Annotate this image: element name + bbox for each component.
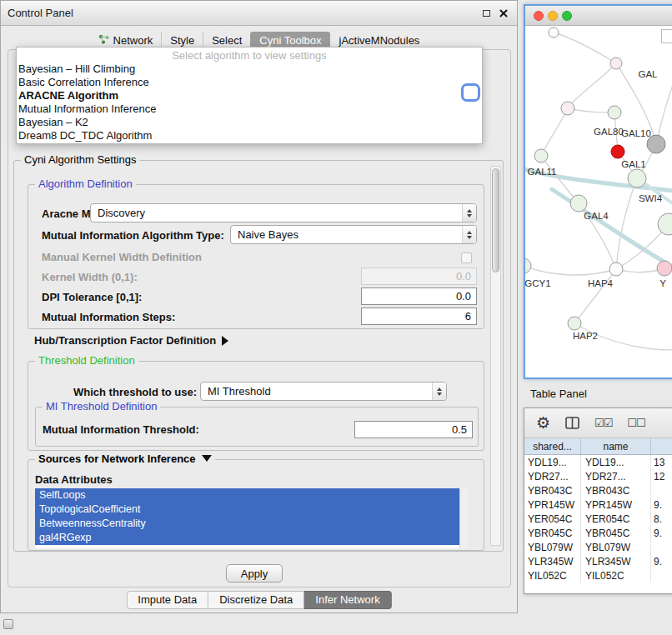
data-attributes-label: Data Attributes xyxy=(35,473,113,486)
table-cell: YBR045C xyxy=(524,526,581,540)
bottom-tab-infer-network[interactable]: Infer Network xyxy=(304,591,391,609)
network-node[interactable] xyxy=(611,145,624,158)
table-row[interactable]: YBR043CYBR043C xyxy=(524,483,672,498)
table-row[interactable]: YBR045CYBR045C9. xyxy=(524,526,672,540)
attribute-list-scrollbar[interactable] xyxy=(459,488,469,548)
node-label: GCY1 xyxy=(525,278,551,288)
combobox-focus-ring xyxy=(461,83,480,102)
hub-definition-expander[interactable]: Hub/Transcription Factor Definition xyxy=(34,334,228,347)
network-node[interactable] xyxy=(609,262,623,276)
network-node[interactable] xyxy=(561,102,574,115)
network-canvas[interactable]: GALGAL80GAL10GAL11GAL1SWI4GAL4GCY1HAP4HA… xyxy=(525,26,672,378)
attribute-list-item[interactable]: SelfLoops xyxy=(35,488,459,502)
network-graph: GALGAL80GAL10GAL11GAL1SWI4GAL4GCY1HAP4HA… xyxy=(525,26,672,378)
table-cell xyxy=(651,568,672,582)
table-cell: YDR27... xyxy=(581,469,651,483)
column-header-partial[interactable] xyxy=(651,438,672,454)
node-label: HAP2 xyxy=(573,331,598,341)
close-traffic-icon[interactable] xyxy=(534,11,544,21)
table-cell: YBL079W xyxy=(524,540,581,554)
mi-type-value: Naive Bayes xyxy=(238,228,298,241)
sources-group: Sources for Network Inference Data Attri… xyxy=(28,459,484,551)
close-icon[interactable] xyxy=(499,8,509,18)
which-threshold-select[interactable]: MI Threshold xyxy=(200,382,447,401)
restore-icon[interactable] xyxy=(483,10,490,17)
manual-kernel-checkbox[interactable] xyxy=(461,252,472,263)
network-view-window: GALGAL80GAL10GAL11GAL1SWI4GAL4GCY1HAP4HA… xyxy=(524,4,672,379)
zoom-traffic-icon[interactable] xyxy=(562,11,572,21)
dpi-tolerance-label: DPI Tolerance [0,1]: xyxy=(42,291,142,303)
table-cell xyxy=(651,483,672,498)
hub-definition-label: Hub/Transcription Factor Definition xyxy=(34,334,216,347)
mi-steps-field[interactable]: 6 xyxy=(361,308,477,325)
algorithm-option[interactable]: Mutual Information Inference xyxy=(17,102,482,116)
attribute-list-item[interactable]: gal4RGexp xyxy=(35,531,459,545)
algorithm-option[interactable]: ARACNE Algorithm xyxy=(17,89,482,102)
table-row[interactable]: YDR27...YDR27...12 xyxy=(524,469,672,483)
gear-icon[interactable]: ⚙ xyxy=(536,415,550,431)
tab-label: Cyni Toolbox xyxy=(259,34,321,47)
network-node[interactable] xyxy=(570,195,587,212)
algorithm-option[interactable]: Basic Correlation Inference xyxy=(17,76,482,89)
network-node[interactable] xyxy=(610,58,622,69)
table-cell: YLR345W xyxy=(581,554,651,568)
table-row[interactable]: YPR145WYPR145W9. xyxy=(524,498,672,512)
algorithm-option[interactable]: Bayesian – Hill Climbing xyxy=(17,62,482,76)
network-edges xyxy=(525,32,672,350)
network-node[interactable] xyxy=(534,149,548,162)
threshold-definition-group: Threshold Definition Which threshold to … xyxy=(28,361,484,451)
mi-threshold-field[interactable]: 0.5 xyxy=(354,421,473,438)
algorithm-dropdown-popup: Select algorithm to view settings Bayesi… xyxy=(16,47,483,144)
minimize-traffic-icon[interactable] xyxy=(548,11,558,21)
settings-scrollbar[interactable] xyxy=(490,166,501,546)
table-row[interactable]: YDL19...YDL19...13 xyxy=(524,455,672,469)
apply-button[interactable]: Apply xyxy=(226,564,283,582)
unchecked-boxes-icon[interactable]: ☐☐ xyxy=(627,417,644,429)
network-node[interactable] xyxy=(549,28,559,38)
dpi-tolerance-field[interactable]: 0.0 xyxy=(361,288,477,305)
sources-expander[interactable]: Sources for Network Inference xyxy=(35,452,215,465)
manual-kernel-label: Manual Kernel Width Definition xyxy=(42,251,202,263)
attribute-list-item[interactable]: TopologicalCoefficient xyxy=(35,502,459,517)
combo-arrows-icon xyxy=(462,204,476,222)
network-node[interactable] xyxy=(658,213,672,235)
table-cell: YIL052C xyxy=(581,568,651,582)
network-node[interactable] xyxy=(608,106,621,119)
data-attributes-list[interactable]: SelfLoopsTopologicalCoefficientBetweenne… xyxy=(35,488,469,548)
node-label: GAL11 xyxy=(528,167,557,177)
mi-threshold-label: Mutual Information Threshold: xyxy=(43,423,199,436)
column-selector-icon[interactable] xyxy=(565,417,579,429)
canvas-toolbar-fragment xyxy=(661,29,672,43)
collapsed-panel-icon[interactable] xyxy=(3,619,13,629)
table-row[interactable]: YER054CYER054C8. xyxy=(524,512,672,526)
column-header-shared[interactable]: shared... xyxy=(524,438,581,454)
network-window-titlebar xyxy=(525,6,672,26)
network-node[interactable] xyxy=(628,169,646,188)
table-row[interactable]: YBL079WYBL079W xyxy=(524,540,672,554)
checked-boxes-icon[interactable]: ☑☑ xyxy=(594,417,612,429)
table-toolbar: ⚙ ☑☑ ☐☐ xyxy=(524,408,672,438)
scrollbar-thumb[interactable] xyxy=(492,168,499,272)
table-panel-window: ⚙ ☑☑ ☐☐ shared... name YDL19...YDL19...1… xyxy=(524,408,672,594)
table-cell: YPR145W xyxy=(581,498,651,512)
algorithm-option[interactable]: Bayesian – K2 xyxy=(17,116,482,129)
bottom-tab-discretize-data[interactable]: Discretize Data xyxy=(208,591,304,609)
mi-threshold-group: MI Threshold Definition Mutual Informati… xyxy=(35,407,479,447)
column-header-name[interactable]: name xyxy=(581,438,651,454)
network-node[interactable] xyxy=(525,258,531,273)
dpi-tolerance-value: 0.0 xyxy=(456,290,471,302)
aracne-mode-select[interactable]: Discovery xyxy=(90,203,477,222)
dropdown-placeholder: Select algorithm to view settings xyxy=(17,49,482,62)
algorithm-option[interactable]: Dream8 DC_TDC Algorithm xyxy=(17,129,482,142)
table-row[interactable]: YIL052CYIL052C xyxy=(524,568,672,582)
attribute-list-item[interactable]: BetweennessCentrality xyxy=(35,517,459,531)
window-title: Control Panel xyxy=(8,1,73,25)
mi-type-select[interactable]: Naive Bayes xyxy=(230,225,477,244)
bottom-tab-impute-data[interactable]: Impute Data xyxy=(126,591,208,609)
network-node[interactable] xyxy=(568,317,581,330)
table-row[interactable]: YLR345WYLR345W9. xyxy=(524,554,672,568)
tab-label: jActiveMNodules xyxy=(339,34,420,47)
network-node[interactable] xyxy=(657,261,672,276)
tab-label: Style xyxy=(170,34,194,47)
table-cell: 9. xyxy=(651,498,672,512)
